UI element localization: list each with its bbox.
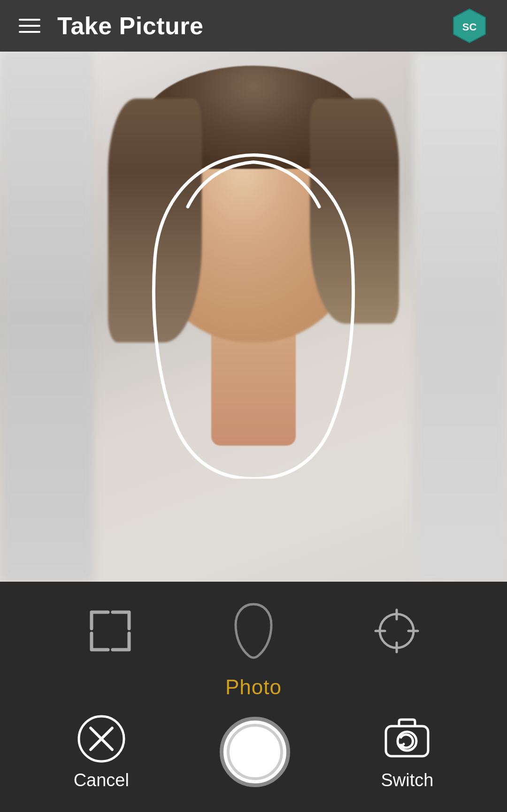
menu-icon[interactable] <box>19 19 40 33</box>
camera-viewport <box>0 52 507 582</box>
header: Take Picture SC <box>0 0 507 52</box>
action-buttons-row: Cancel Switch <box>0 713 507 790</box>
page-title: Take Picture <box>57 12 203 40</box>
avatar[interactable]: SC <box>451 7 488 45</box>
cancel-icon <box>76 713 127 765</box>
shutter-button[interactable] <box>220 717 290 787</box>
switch-button[interactable]: Switch <box>381 713 433 790</box>
camera-options-row <box>0 600 507 661</box>
switch-label: Switch <box>381 770 433 790</box>
face-outline-overlay <box>131 141 376 479</box>
controls-area: Photo Cancel <box>0 582 507 812</box>
header-left: Take Picture <box>19 12 203 40</box>
svg-text:SC: SC <box>462 21 477 33</box>
crosshair-icon[interactable] <box>371 605 422 657</box>
cancel-label: Cancel <box>74 770 129 790</box>
corner-frame-icon[interactable] <box>84 605 136 657</box>
face-silhouette-icon[interactable] <box>230 600 277 661</box>
cancel-button[interactable]: Cancel <box>74 713 129 790</box>
photo-mode-label: Photo <box>225 675 282 699</box>
shutter-inner <box>227 724 283 780</box>
switch-camera-icon <box>381 713 433 765</box>
